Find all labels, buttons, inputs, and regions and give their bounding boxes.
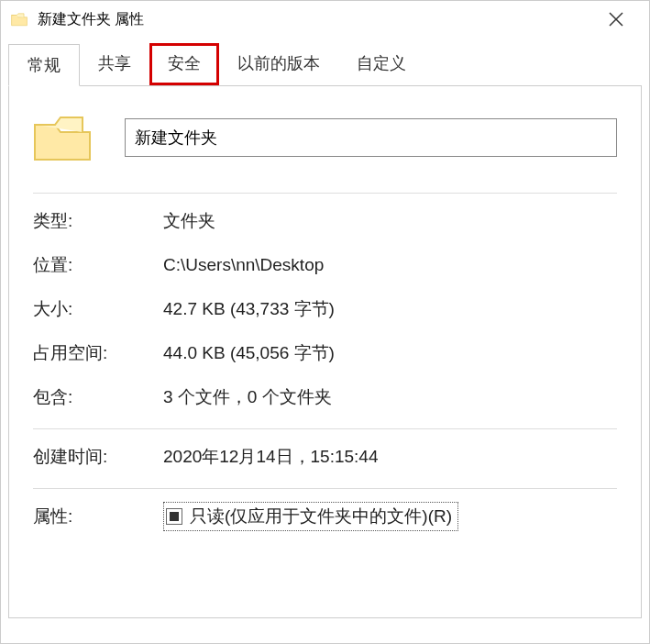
titlebar: 新建文件夹 属性	[1, 1, 649, 38]
readonly-label: 只读(仅应用于文件夹中的文件)(R)	[190, 505, 452, 528]
row-created: 创建时间: 2020年12月14日，15:15:44	[33, 435, 617, 479]
row-size: 大小: 42.7 KB (43,733 字节)	[33, 287, 617, 331]
tab-share[interactable]: 共享	[80, 43, 149, 85]
tab-customize[interactable]: 自定义	[338, 43, 424, 85]
label-size-on-disk: 占用空间:	[33, 341, 163, 365]
row-size-on-disk: 占用空间: 44.0 KB (45,056 字节)	[33, 331, 617, 375]
folder-large-icon	[33, 108, 92, 167]
row-location: 位置: C:\Users\nn\Desktop	[33, 243, 617, 287]
label-location: 位置:	[33, 253, 163, 277]
label-type: 类型:	[33, 209, 163, 233]
divider	[33, 193, 617, 194]
folder-icon	[10, 10, 28, 28]
checkbox-indeterminate-icon	[170, 512, 179, 521]
tab-security[interactable]: 安全	[149, 43, 219, 85]
window-title: 新建文件夹 属性	[38, 10, 598, 29]
tab-body-general: 类型: 文件夹 位置: C:\Users\nn\Desktop 大小: 42.7…	[8, 86, 642, 618]
row-type: 类型: 文件夹	[33, 199, 617, 243]
label-attributes: 属性:	[33, 505, 163, 528]
readonly-checkbox[interactable]	[166, 508, 182, 525]
tabs: 常规 共享 安全 以前的版本 自定义	[8, 43, 642, 618]
label-contains: 包含:	[33, 385, 163, 409]
value-location: C:\Users\nn\Desktop	[163, 255, 324, 275]
folder-name-input[interactable]	[125, 118, 617, 157]
value-size: 42.7 KB (43,733 字节)	[163, 297, 335, 321]
divider	[33, 428, 617, 429]
readonly-checkbox-wrap[interactable]: 只读(仅应用于文件夹中的文件)(R)	[163, 502, 458, 531]
value-type: 文件夹	[163, 209, 215, 233]
properties-window: 新建文件夹 属性 常规 共享 安全 以前的版本 自定义	[0, 0, 650, 644]
value-attributes: 只读(仅应用于文件夹中的文件)(R)	[163, 502, 458, 531]
header-row	[33, 108, 617, 167]
label-created: 创建时间:	[33, 445, 163, 469]
value-contains: 3 个文件，0 个文件夹	[163, 385, 332, 409]
divider	[33, 488, 617, 489]
tab-panel: 常规 共享 安全 以前的版本 自定义	[1, 38, 649, 643]
tab-general[interactable]: 常规	[8, 44, 80, 86]
close-icon	[609, 12, 623, 27]
label-size: 大小:	[33, 297, 163, 321]
tab-previous-versions[interactable]: 以前的版本	[219, 43, 338, 85]
close-button[interactable]	[598, 6, 634, 33]
value-size-on-disk: 44.0 KB (45,056 字节)	[163, 341, 335, 365]
value-created: 2020年12月14日，15:15:44	[163, 445, 379, 469]
row-contains: 包含: 3 个文件，0 个文件夹	[33, 375, 617, 419]
row-attributes: 属性: 只读(仅应用于文件夹中的文件)(R)	[33, 494, 617, 539]
